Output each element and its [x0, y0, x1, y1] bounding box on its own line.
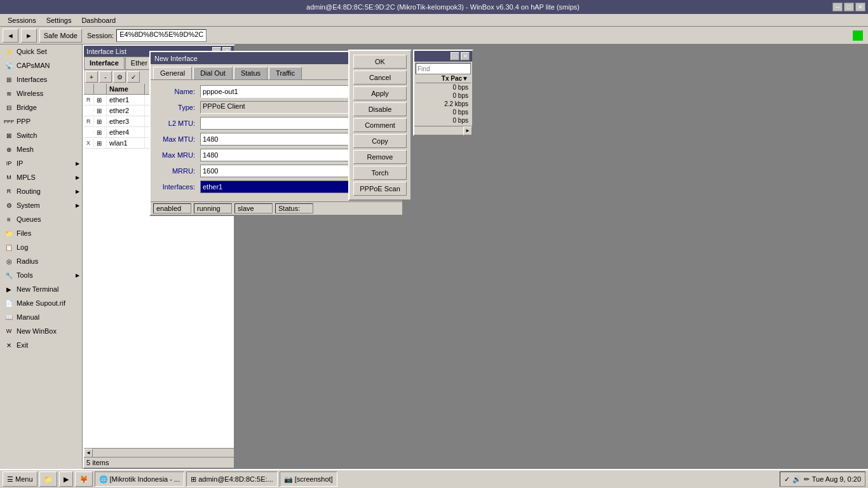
sys-tray: ✓ 🔊 ✏ Tue Aug 9, 0:20: [780, 471, 865, 487]
sidebar-item-ip[interactable]: IP IP: [0, 156, 82, 170]
forward-button[interactable]: ►: [21, 29, 37, 43]
tab-dial-out[interactable]: Dial Out: [193, 67, 233, 79]
sidebar-item-new-terminal[interactable]: ▶ New Terminal: [0, 282, 82, 296]
max-mtu-label: Max MTU:: [156, 135, 200, 143]
sidebar-item-label: MPLS: [17, 173, 36, 181]
sidebar-item-switch[interactable]: ⊠ Switch: [0, 128, 82, 142]
screenshot-icon: 📷: [284, 475, 293, 484]
close-button[interactable]: ✕: [855, 3, 865, 11]
sidebar-item-label: Log: [17, 243, 28, 251]
disable-button[interactable]: Disable: [353, 102, 407, 116]
taskbar: ☰ Menu 📁 ▶ 🦊 🌐 [Mikrotik Indonesia - ...…: [0, 469, 868, 488]
sidebar-item-mesh[interactable]: ⊕ Mesh: [0, 142, 82, 156]
toolbar: ◄ ► Safe Mode Session: E4%8D%8C%5E%9D%2C: [0, 27, 868, 44]
sidebar-item-files[interactable]: 📁 Files: [0, 226, 82, 240]
winbox-taskbar-icon: ⊞: [191, 475, 196, 484]
sidebar-item-mpls[interactable]: M MPLS: [0, 170, 82, 184]
mpls-icon: M: [4, 172, 14, 182]
scroll-right-btn[interactable]: ►: [463, 126, 472, 135]
bps-row-3: 0 bps: [416, 108, 471, 116]
sidebar-item-system[interactable]: ⚙ System: [0, 198, 82, 212]
back-button[interactable]: ◄: [3, 29, 18, 43]
interface-list-status: 5 items: [84, 457, 234, 468]
bps-row-0: 0 bps: [416, 83, 471, 92]
taskbar-icon-2[interactable]: ▶: [59, 471, 73, 487]
terminal-icon: ▶: [4, 284, 14, 294]
stats-restore-btn[interactable]: □: [451, 52, 459, 60]
session-label: Session:: [87, 32, 114, 39]
name-label: Name:: [156, 88, 200, 95]
tab-general[interactable]: General: [153, 67, 192, 79]
sidebar-item-label: Wireless: [17, 90, 43, 97]
sidebar-item-radius[interactable]: ◎ Radius: [0, 254, 82, 268]
safe-mode-button[interactable]: Safe Mode: [39, 29, 82, 43]
sidebar-item-exit[interactable]: ✕ Exit: [0, 338, 82, 352]
remove-button[interactable]: Remove: [353, 150, 407, 164]
minimize-button[interactable]: ─: [832, 3, 843, 11]
sidebar-item-label: Queues: [17, 215, 41, 223]
scroll-left-btn[interactable]: ◄: [84, 449, 93, 458]
taskbar-right: ✓ 🔊 ✏ Tue Aug 9, 0:20: [780, 471, 865, 487]
remove-icon: -: [104, 74, 106, 81]
ok-button[interactable]: OK: [353, 55, 407, 69]
menu-dashboard[interactable]: Dashboard: [76, 15, 121, 25]
tab-traffic[interactable]: Traffic: [269, 67, 302, 79]
switch-icon: ⊠: [4, 130, 14, 140]
sidebar-item-new-winbox[interactable]: W New WinBox: [0, 324, 82, 338]
taskbar-winbox-btn[interactable]: ⊞ admin@E4:8D:8C:5E:...: [186, 471, 278, 487]
tab-interface[interactable]: Interface: [84, 57, 125, 69]
sidebar-item-tools[interactable]: 🔧 Tools: [0, 268, 82, 282]
system-icon: ⚙: [4, 200, 14, 210]
interfaces-label: Interfaces:: [156, 183, 200, 191]
sidebar-item-label: PPP: [17, 118, 31, 125]
sidebar-item-manual[interactable]: 📖 Manual: [0, 310, 82, 324]
check-interface-btn[interactable]: ✓: [127, 71, 140, 83]
sidebar-item-wireless[interactable]: ≋ Wireless: [0, 86, 82, 100]
pen-icon: ✏: [804, 475, 810, 484]
add-interface-btn[interactable]: +: [85, 71, 98, 83]
sidebar-item-log[interactable]: 📋 Log: [0, 240, 82, 254]
torch-button[interactable]: Torch: [353, 166, 407, 180]
sidebar-item-ppp[interactable]: PPP PPP: [0, 114, 82, 128]
tx-pac-header: Tx Pac▼: [416, 74, 471, 83]
sidebar-item-label: CAPsMAN: [17, 62, 50, 69]
sidebar-item-routing[interactable]: R Routing: [0, 184, 82, 198]
maximize-button[interactable]: □: [844, 3, 854, 11]
speaker-icon: 🔊: [792, 475, 801, 484]
taskbar-screenshot-btn[interactable]: 📷 [screenshot]: [280, 471, 337, 487]
menu-settings[interactable]: Settings: [41, 15, 77, 25]
firefox-icon: 🦊: [79, 475, 88, 484]
taskbar-icon-1[interactable]: 📁: [39, 471, 57, 487]
find-input[interactable]: [416, 63, 471, 74]
pppoe-scan-button[interactable]: PPPoE Scan: [353, 182, 407, 196]
sidebar-item-capsman[interactable]: 📡 CAPsMAN: [0, 58, 82, 72]
tab-status[interactable]: Status: [234, 67, 268, 79]
sidebar-item-make-supout[interactable]: 📄 Make Supout.rif: [0, 296, 82, 310]
log-icon: 📋: [4, 242, 14, 252]
sidebar-item-label: Manual: [17, 313, 39, 321]
sidebar-item-label: Radius: [17, 257, 38, 265]
sidebar-item-quick-set[interactable]: ⚡ Quick Set: [0, 44, 82, 58]
menu-sessions[interactable]: Sessions: [3, 15, 41, 25]
taskbar-firefox-btn[interactable]: 🦊: [75, 471, 93, 487]
copy-button[interactable]: Copy: [353, 134, 407, 148]
sidebar-item-interfaces[interactable]: ⊞ Interfaces: [0, 72, 82, 86]
settings-interface-btn[interactable]: ⚙: [113, 71, 126, 83]
comment-button[interactable]: Comment: [353, 118, 407, 132]
sidebar-item-label: Exit: [17, 341, 28, 349]
taskbar-icon-term: ▶: [64, 475, 69, 484]
remove-interface-btn[interactable]: -: [99, 71, 112, 83]
taskbar-icon-file: 📁: [44, 475, 53, 484]
queues-icon: ≡: [4, 214, 14, 224]
apply-button[interactable]: Apply: [353, 86, 407, 100]
stats-close-btn[interactable]: ✕: [461, 52, 470, 60]
sidebar-item-bridge[interactable]: ⊟ Bridge: [0, 100, 82, 114]
start-menu-btn[interactable]: ☰ Menu: [3, 471, 37, 487]
l2mtu-label: L2 MTU:: [156, 119, 200, 127]
max-mru-label: Max MRU:: [156, 151, 200, 159]
horizontal-scrollbar[interactable]: ◄: [84, 448, 234, 457]
sidebar-item-queues[interactable]: ≡ Queues: [0, 212, 82, 226]
stats-scrollbar-bottom[interactable]: ►: [414, 126, 472, 135]
cancel-button[interactable]: Cancel: [353, 71, 407, 85]
taskbar-mikrotik-btn[interactable]: 🌐 [Mikrotik Indonesia - ...: [95, 471, 185, 487]
